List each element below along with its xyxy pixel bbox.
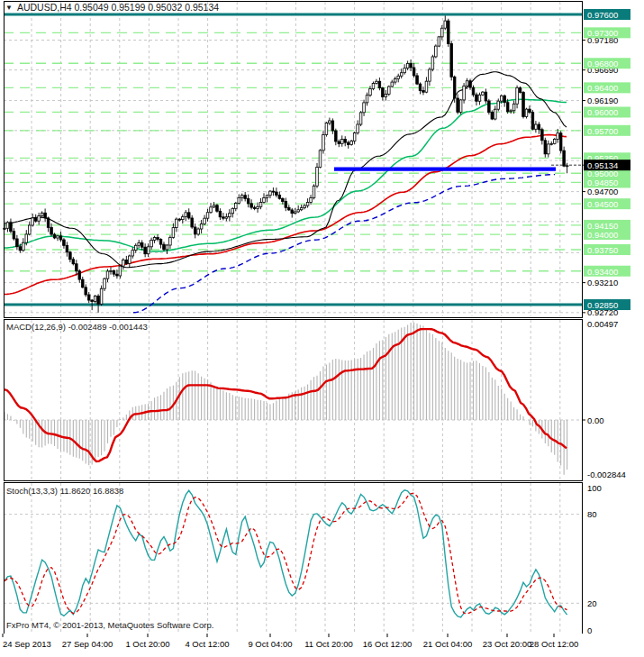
- stoch-axis-0: 0: [587, 625, 592, 634]
- time-label: 16 Oct 12:00: [363, 639, 412, 649]
- chart-canvas[interactable]: 0.971800.966900.961900.947000.932100.927…: [0, 0, 644, 634]
- stoch-axis-100: 100: [587, 483, 602, 493]
- stoch-axis-20: 20: [587, 598, 597, 608]
- time-label: 24 Sep 2013: [3, 639, 51, 649]
- stoch-k-line: [5, 490, 567, 617]
- macd-axis-min: -0.002844: [587, 470, 626, 479]
- time-label: 27 Sep 04:00: [62, 639, 113, 649]
- symbol-ohlc-text: AUDUSD,H4 0.95049 0.95199 0.95032 0.9513…: [17, 2, 219, 13]
- chart-title: ▼AUDUSD,H4 0.95049 0.95199 0.95032 0.951…: [5, 2, 219, 13]
- price-axis-label: 0.93210: [587, 278, 618, 287]
- time-label: 28 Oct 12:00: [530, 639, 578, 649]
- green-level-badge: 0.94000: [587, 230, 618, 240]
- candles-layer: [4, 15, 568, 312]
- time-axis[interactable]: 24 Sep 201327 Sep 04:001 Oct 20:004 Oct …: [0, 634, 644, 657]
- time-label: 9 Oct 04:00: [248, 639, 292, 649]
- time-label: 23 Oct 20:00: [483, 639, 531, 649]
- copyright-text: FxPro MT4, © 2001-2013, MetaQuotes Softw…: [6, 620, 213, 630]
- macd-indicator-label: MACD(12,26,9) -0.002489 -0.001443: [6, 322, 148, 332]
- time-label: 4 Oct 12:00: [185, 639, 229, 649]
- stoch-d-line: [5, 493, 567, 614]
- stoch-indicator-label: Stoch(13,3,3) 11.8620 16.8838: [6, 486, 123, 496]
- panel-borders: [5, 2, 583, 634]
- green-level-badge: 0.97300: [587, 28, 618, 38]
- green-level-badge: 0.96800: [587, 59, 618, 68]
- time-label: 11 Oct 20:00: [304, 639, 353, 649]
- green-level-badge: 0.93400: [587, 267, 618, 277]
- trend-ma-blue-line: [133, 175, 555, 313]
- green-level-badge: 0.95700: [587, 126, 618, 136]
- time-label: 1 Oct 20:00: [125, 639, 169, 649]
- price-axis-label: 0.94700: [587, 187, 618, 196]
- green-level-badge: 0.93750: [587, 245, 618, 255]
- mt4-chart-window: 0.971800.966900.961900.947000.932100.927…: [0, 0, 644, 657]
- stoch-axis-80: 80: [587, 509, 597, 519]
- collapse-arrow-icon[interactable]: ▼: [5, 4, 13, 12]
- macd-axis-max: 0.00497: [587, 319, 618, 329]
- slow-ma-red-line: [5, 135, 567, 295]
- medium-ma-green-line: [5, 99, 567, 251]
- green-level-badge: 0.96400: [587, 83, 618, 93]
- green-level-badge: 0.94500: [587, 199, 618, 209]
- green-level-badge: 0.96000: [587, 107, 618, 117]
- time-axis-labels: 24 Sep 201327 Sep 04:001 Oct 20:004 Oct …: [3, 634, 578, 649]
- teal-level-badge: 0.97600: [587, 10, 618, 20]
- macd-axis-zero: 0.00: [587, 415, 604, 425]
- green-level-badge: 0.94850: [587, 178, 618, 187]
- price-scale[interactable]: 0.971800.966900.961900.947000.932100.927…: [582, 9, 630, 634]
- current-price-badge: 0.95134: [587, 160, 618, 170]
- time-label: 21 Oct 04:00: [423, 639, 472, 649]
- price-axis-label: 0.96190: [587, 96, 618, 105]
- teal-level-badge: 0.92850: [587, 300, 618, 310]
